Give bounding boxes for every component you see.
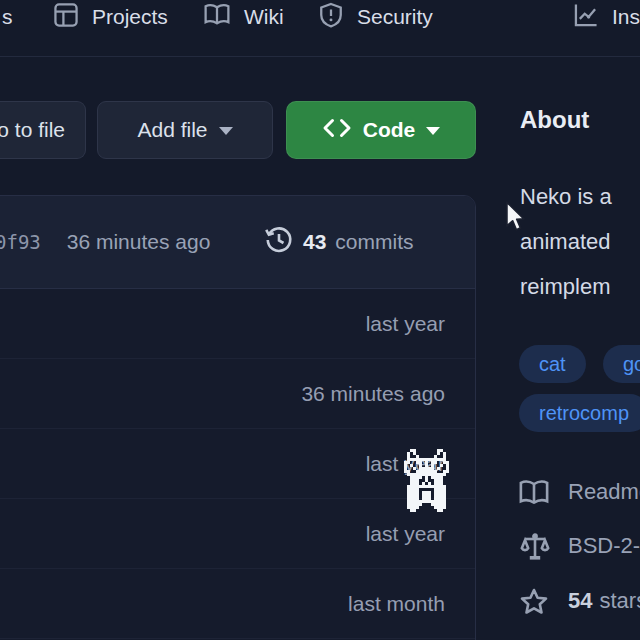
graph-icon — [573, 2, 599, 33]
tab-label: Security — [357, 5, 433, 29]
latest-commit-bar: 0f93 36 minutes ago 43 commits — [0, 196, 475, 289]
tab-actions-partial[interactable]: s — [2, 0, 13, 34]
code-button[interactable]: Code — [286, 101, 476, 159]
tab-label: Wiki — [244, 5, 284, 29]
add-file-button[interactable]: Add file — [97, 101, 273, 159]
about-description-line: Neko is a — [520, 184, 612, 210]
shield-icon — [318, 2, 344, 33]
go-to-file-button[interactable]: Go to file — [0, 101, 86, 159]
about-description-line: reimplem — [520, 274, 610, 300]
commit-count: 43 — [303, 230, 326, 254]
file-row[interactable]: 36 minutes ago — [0, 359, 475, 429]
file-commit-date[interactable]: last month — [348, 569, 445, 638]
add-file-label: Add file — [137, 118, 207, 142]
stars-link[interactable]: 54stars — [568, 588, 640, 614]
stars-label: stars — [599, 588, 640, 613]
code-icon — [322, 117, 352, 144]
tab-label: Projects — [92, 5, 168, 29]
go-to-file-label: Go to file — [0, 118, 65, 142]
code-label: Code — [363, 118, 416, 142]
file-row[interactable]: last year — [0, 289, 475, 359]
repo-tab-bar: s Projects Wiki — [0, 0, 640, 57]
chevron-down-icon — [219, 127, 233, 135]
file-row[interactable]: last month — [0, 569, 475, 639]
topic-tag-retrocomputing[interactable]: retrocomp — [519, 394, 640, 432]
commit-time: 36 minutes ago — [67, 230, 211, 254]
history-icon — [264, 225, 294, 259]
latest-commit-info: 0f93 36 minutes ago — [0, 196, 210, 288]
neko-cat-sprite — [404, 449, 449, 512]
tag-label: go — [623, 353, 640, 376]
star-icon — [519, 587, 549, 621]
table-icon — [53, 2, 79, 33]
nav-divider — [0, 56, 640, 57]
commit-hash-link[interactable]: 0f93 — [0, 231, 41, 253]
mouse-cursor — [504, 201, 526, 235]
commit-history-link[interactable]: 43 commits — [264, 196, 414, 288]
topic-tag-go[interactable]: go — [603, 345, 640, 383]
stars-count: 54 — [568, 588, 592, 613]
tag-label: cat — [539, 353, 566, 376]
license-link[interactable]: BSD-2-Clause — [568, 533, 640, 559]
file-list-panel: 0f93 36 minutes ago 43 commits last year… — [0, 195, 476, 640]
tab-wiki[interactable]: Wiki — [203, 0, 284, 34]
github-repo-page: s Projects Wiki — [0, 0, 640, 640]
file-commit-date[interactable]: 36 minutes ago — [301, 359, 445, 428]
commits-label: commits — [335, 230, 413, 254]
tab-security[interactable]: Security — [318, 0, 433, 34]
file-commit-date[interactable]: last year — [366, 289, 445, 358]
tab-label: s — [2, 5, 13, 29]
tab-insights[interactable]: Insights — [573, 0, 640, 34]
tag-label: retrocomp — [539, 402, 629, 425]
law-scales-icon — [519, 531, 551, 567]
topic-tag-cat[interactable]: cat — [519, 345, 586, 383]
book-icon — [203, 2, 231, 33]
about-description-line: animated — [520, 229, 611, 255]
book-icon — [519, 478, 549, 512]
readme-link[interactable]: Readme — [568, 479, 640, 505]
tab-label: Insights — [612, 5, 640, 29]
tab-projects[interactable]: Projects — [53, 0, 168, 34]
about-heading: About — [520, 106, 589, 134]
chevron-down-icon — [426, 127, 440, 135]
